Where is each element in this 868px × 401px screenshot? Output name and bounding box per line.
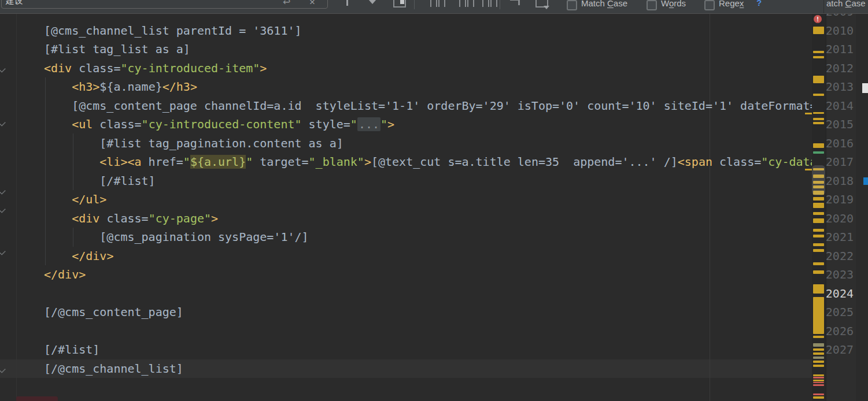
stripe-mark[interactable] bbox=[813, 249, 824, 252]
stripe-mark[interactable] bbox=[813, 348, 824, 351]
newline-arrow-icon[interactable]: ↩ bbox=[283, 0, 290, 7]
code-line[interactable]: </div> bbox=[44, 265, 86, 284]
stripe-mark[interactable] bbox=[813, 393, 824, 395]
code-line[interactable]: [/#list] bbox=[44, 340, 99, 359]
stripe-mark[interactable] bbox=[813, 343, 824, 347]
stripe-mark[interactable] bbox=[813, 212, 824, 215]
line-number[interactable]: 2010 bbox=[826, 21, 854, 40]
code-line[interactable]: <h3>${a.name}</h3> bbox=[44, 77, 197, 96]
code-line[interactable]: [/@cms_content_page] bbox=[44, 303, 183, 322]
fold-region-icon[interactable] bbox=[0, 245, 6, 255]
stripe-mark[interactable] bbox=[813, 122, 824, 124]
checkbox-box[interactable] bbox=[567, 0, 577, 10]
stripe-mark[interactable] bbox=[813, 352, 824, 355]
code-line[interactable]: [/@cms_channel_list] bbox=[44, 359, 183, 378]
line-number[interactable]: 2019 bbox=[826, 190, 854, 209]
fold-region-icon[interactable] bbox=[0, 203, 6, 213]
regex-checkbox[interactable]: Regex bbox=[704, 0, 744, 13]
code-line[interactable]: [@cms_channel_list parentId = '3611'] bbox=[44, 21, 302, 40]
stripe-mark[interactable] bbox=[813, 229, 824, 232]
fold-region-icon[interactable] bbox=[0, 62, 6, 73]
stripe-mark[interactable] bbox=[813, 235, 824, 237]
stripe-mark[interactable] bbox=[813, 365, 824, 367]
stripe-mark[interactable] bbox=[813, 382, 824, 383]
line-number[interactable]: 2011 bbox=[826, 40, 854, 59]
line-number[interactable]: 2018 bbox=[826, 172, 854, 191]
code-line[interactable]: [/#list] bbox=[44, 172, 156, 191]
code-line[interactable]: <div class="cy-introduced-item"> bbox=[44, 59, 267, 78]
fold-region-icon[interactable] bbox=[0, 184, 6, 195]
stripe-mark[interactable] bbox=[813, 218, 824, 223]
stripe-mark[interactable] bbox=[813, 297, 824, 334]
stripe-mark[interactable] bbox=[813, 284, 824, 294]
code-line[interactable]: [#list tag_pagination.content as a] bbox=[44, 134, 343, 153]
stripe-mark[interactable] bbox=[813, 143, 824, 148]
line-number[interactable]: 2017 bbox=[826, 153, 854, 172]
stripe-mark[interactable] bbox=[813, 396, 824, 399]
editor-pane[interactable]: [@cms_channel_list parentId = '3611'][#l… bbox=[0, 13, 812, 401]
line-number[interactable]: 2016 bbox=[826, 134, 854, 153]
words-checkbox[interactable]: Words bbox=[647, 0, 686, 13]
line-number[interactable]: 2012 bbox=[826, 59, 854, 78]
line-number[interactable]: 2022 bbox=[826, 247, 854, 266]
code-line[interactable]: <div class="cy-page"> bbox=[44, 209, 218, 228]
fold-region-icon[interactable] bbox=[0, 116, 6, 127]
occurrence-filter-icon-3[interactable] bbox=[482, 0, 497, 6]
error-stripe[interactable]: ! bbox=[812, 13, 826, 401]
close-icon[interactable]: × bbox=[309, 0, 315, 7]
code-line[interactable]: [#list tag_list as a] bbox=[44, 40, 190, 59]
stripe-mark[interactable] bbox=[813, 384, 824, 386]
match-case-checkbox[interactable]: Match Case bbox=[567, 0, 627, 13]
stripe-mark[interactable] bbox=[813, 112, 824, 114]
occurrence-filter-icon-2[interactable] bbox=[459, 0, 474, 6]
stripe-mark[interactable] bbox=[813, 270, 824, 274]
scrollbar-thumb[interactable] bbox=[812, 165, 825, 195]
stripe-mark[interactable] bbox=[813, 51, 824, 53]
stripe-mark[interactable] bbox=[813, 262, 824, 265]
line-number[interactable]: 2026 bbox=[826, 322, 854, 341]
more-options-icon[interactable] bbox=[535, 0, 548, 8]
line-number[interactable]: 2014 bbox=[826, 96, 854, 116]
line-number[interactable]: 2025 bbox=[826, 303, 854, 322]
right-pane-code[interactable] bbox=[856, 0, 868, 401]
select-lines-icon[interactable] bbox=[510, 0, 522, 6]
code-line[interactable]: [@cms_content_page channelId=a.id styleL… bbox=[44, 96, 812, 116]
stripe-mark[interactable] bbox=[813, 377, 824, 378]
stripe-mark[interactable] bbox=[813, 336, 824, 338]
stripe-mark[interactable] bbox=[813, 118, 824, 120]
stripe-mark[interactable] bbox=[813, 94, 824, 96]
stripe-mark[interactable] bbox=[813, 380, 824, 381]
stripe-mark[interactable] bbox=[813, 243, 824, 246]
stripe-mark[interactable] bbox=[813, 357, 824, 359]
code-line[interactable]: <li><a href="${a.url}" target="_blank">[… bbox=[44, 153, 812, 172]
line-number[interactable]: 2024 bbox=[826, 284, 854, 303]
stripe-mark[interactable] bbox=[813, 197, 824, 200]
stripe-mark[interactable] bbox=[813, 203, 824, 208]
line-number[interactable]: 2013 bbox=[826, 77, 854, 96]
stripe-mark[interactable] bbox=[813, 27, 824, 34]
chevron-down-icon[interactable] bbox=[368, 0, 376, 4]
search-input[interactable]: 建设 bbox=[1, 0, 328, 9]
stripe-mark[interactable] bbox=[813, 151, 824, 154]
right-pane-gutter[interactable]: 2009201020112012201320142015201620172018… bbox=[826, 0, 856, 401]
stripe-mark[interactable] bbox=[813, 374, 824, 376]
preview-icon[interactable] bbox=[393, 0, 406, 8]
prev-occurrence-icon[interactable] bbox=[346, 0, 348, 6]
code-line[interactable]: </ul> bbox=[44, 190, 106, 209]
stripe-mark[interactable] bbox=[813, 361, 824, 363]
line-number[interactable]: 2015 bbox=[826, 115, 854, 134]
regex-help-icon[interactable]: ? bbox=[756, 0, 762, 8]
checkbox-box[interactable] bbox=[647, 0, 657, 10]
checkbox-box[interactable] bbox=[704, 0, 715, 10]
code-line[interactable]: [@cms_pagination sysPage='1'/] bbox=[44, 228, 309, 247]
line-number[interactable]: 2027 bbox=[826, 340, 854, 359]
line-number[interactable]: 2023 bbox=[826, 265, 854, 284]
line-number[interactable]: 2021 bbox=[826, 228, 854, 247]
occurrence-filter-icon-1[interactable] bbox=[430, 0, 445, 6]
code-line[interactable]: <ul class="cy-introduced-content" style=… bbox=[44, 115, 394, 134]
stripe-mark[interactable] bbox=[813, 76, 824, 83]
error-stripe-error-icon[interactable]: ! bbox=[814, 15, 822, 23]
code-line[interactable]: </div> bbox=[44, 247, 113, 266]
stripe-mark[interactable] bbox=[813, 56, 824, 58]
line-number[interactable]: 2020 bbox=[826, 209, 854, 228]
